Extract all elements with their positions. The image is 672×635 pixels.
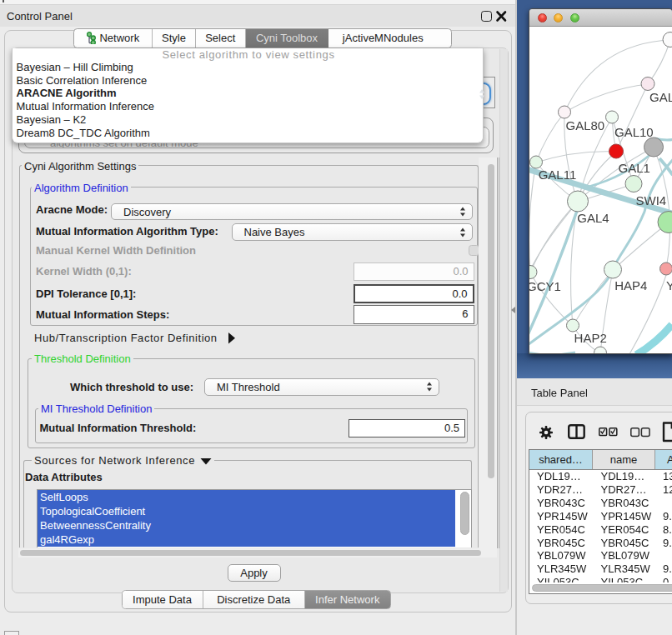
svg-text:HAP2: HAP2	[574, 331, 606, 345]
svg-text:GAL4: GAL4	[577, 210, 609, 224]
svg-text:Y: Y	[666, 278, 672, 292]
svg-text:GAL80: GAL80	[565, 118, 604, 132]
svg-text:GCY1: GCY1	[529, 279, 561, 293]
svg-text:GAL10: GAL10	[614, 124, 654, 138]
svg-text:HAP4: HAP4	[614, 278, 647, 292]
svg-text:GAL11: GAL11	[538, 168, 576, 182]
svg-text:GAL: GAL	[649, 89, 672, 103]
svg-text:SWI4: SWI4	[635, 193, 666, 208]
svg-text:GAL1: GAL1	[618, 160, 649, 174]
